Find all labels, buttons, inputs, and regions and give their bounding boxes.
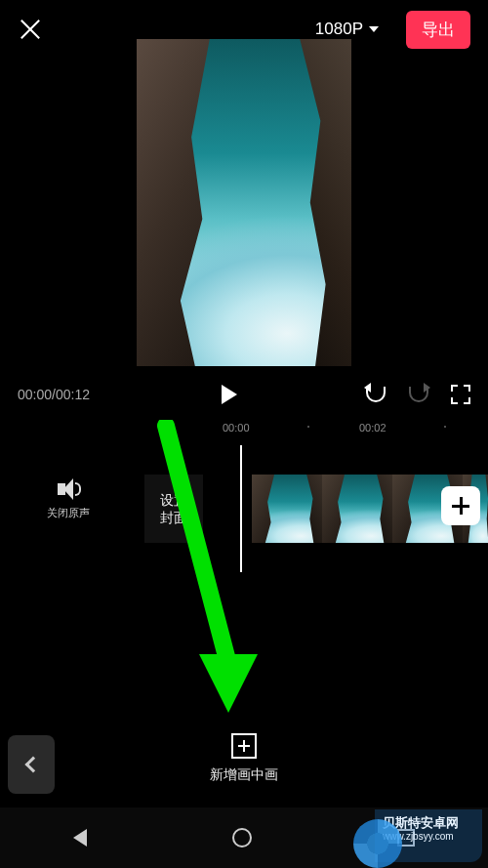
chevron-down-icon [369, 26, 379, 32]
watermark-logo-icon [353, 819, 402, 868]
set-cover-button[interactable]: 设置 封面 [144, 475, 203, 543]
chevron-left-icon [25, 757, 42, 773]
mute-label: 关闭原声 [0, 506, 137, 520]
watermark: 贝斯特安卓网 www.zjbsyy.com [375, 809, 482, 862]
nav-home-button[interactable] [232, 828, 252, 847]
svg-marker-1 [199, 654, 258, 713]
ruler-mark-2: 00:02 [359, 422, 386, 434]
ruler-dot [307, 426, 309, 428]
playhead[interactable] [240, 445, 242, 572]
fullscreen-button[interactable] [451, 385, 470, 404]
speaker-icon [56, 478, 81, 500]
undo-icon [366, 387, 386, 402]
undo-button[interactable] [365, 384, 386, 405]
play-icon [222, 385, 237, 404]
add-pip-icon [231, 733, 257, 759]
toolbar-back-button[interactable] [8, 735, 55, 794]
add-pip-button[interactable]: 新增画中画 [210, 733, 278, 784]
nav-back-button[interactable] [73, 829, 87, 847]
close-button[interactable] [18, 17, 43, 42]
cover-label: 设置 封面 [160, 491, 187, 526]
video-preview[interactable] [137, 39, 351, 366]
timecode-label: 00:00/00:12 [18, 387, 90, 402]
redo-button [408, 384, 429, 405]
timeline-ruler[interactable]: 00:00 00:02 [0, 422, 488, 441]
export-button[interactable]: 导出 [406, 11, 470, 49]
ruler-mark-0: 00:00 [223, 422, 250, 434]
clip-frame [252, 475, 322, 543]
mute-original-button[interactable]: 关闭原声 [0, 478, 137, 520]
resolution-label: 1080P [315, 20, 363, 39]
add-clip-button[interactable] [441, 486, 480, 525]
ruler-dot [444, 426, 446, 428]
clip-frame [322, 475, 392, 543]
play-button[interactable] [217, 384, 238, 405]
timeline-track[interactable]: 关闭原声 设置 封面 [0, 445, 488, 562]
redo-icon [409, 387, 428, 402]
waterfall-image [137, 39, 351, 366]
add-pip-label: 新增画中画 [210, 766, 278, 784]
